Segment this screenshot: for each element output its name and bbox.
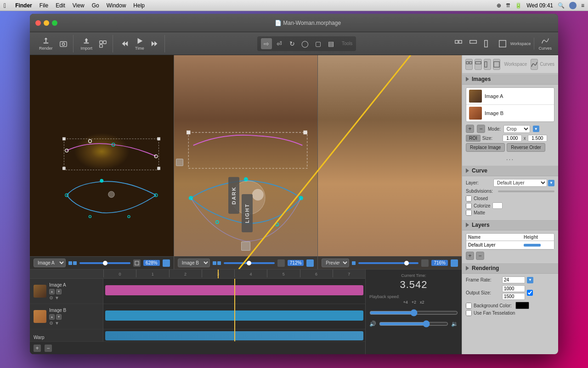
track-b-arrow-up[interactable]: ▲ (49, 314, 55, 320)
workspace-btn-2[interactable] (466, 38, 480, 50)
viewport-b-source-select[interactable]: Image B (178, 259, 210, 267)
track-a-arrow-down[interactable]: ▼ (56, 289, 62, 294)
viewport-preview-source-select[interactable]: Preview (322, 259, 349, 267)
play-button[interactable]: Time (132, 35, 147, 52)
viewport-preview-slider[interactable] (358, 262, 418, 264)
viewport-a-slider[interactable] (79, 262, 130, 264)
menu-view[interactable]: View (73, 2, 85, 9)
track-b-dropdown[interactable]: ▼ (55, 321, 59, 326)
track-a-dropdown[interactable]: ▼ (55, 295, 59, 300)
workspace-btn-1[interactable] (452, 38, 465, 50)
frame-rate-dropdown[interactable]: ▼ (527, 277, 533, 283)
track-b-arrow-down[interactable]: ▼ (56, 314, 62, 320)
speed-plus2[interactable]: +2 (412, 300, 416, 305)
rotate-tool[interactable]: ↻ (287, 38, 298, 49)
rendering-section-header[interactable]: Rendering (462, 263, 558, 274)
track-a-arrow-up[interactable]: ▲ (49, 289, 55, 294)
output-h-input[interactable] (502, 293, 525, 300)
colorize-checkbox[interactable] (466, 203, 472, 209)
viewport-a-expand[interactable] (133, 259, 141, 267)
size-h-input[interactable] (528, 135, 547, 142)
bg-color-swatch[interactable] (515, 302, 529, 309)
menu-edit[interactable]: Edit (56, 2, 65, 9)
add-layer-button[interactable]: + (466, 252, 474, 260)
menu-icon[interactable]: ≡ (581, 2, 584, 9)
timeline-add-button[interactable]: + (34, 345, 41, 352)
camera-button[interactable] (57, 38, 70, 50)
colorize-swatch[interactable] (492, 202, 503, 209)
apple-menu-icon[interactable]:  (4, 2, 6, 9)
viewport-preview-expand[interactable] (421, 259, 429, 267)
fullscreen-button[interactable] (52, 20, 57, 26)
import-button[interactable]: Import (78, 35, 96, 52)
ellipse-tool[interactable]: ◯ (300, 38, 311, 49)
output-lock-checkbox[interactable] (527, 290, 533, 296)
workspace-btn-4[interactable] (496, 38, 509, 50)
mode-dropdown-arrow[interactable]: ▼ (533, 126, 539, 132)
bg-color-checkbox[interactable] (466, 303, 472, 309)
timeline-remove-button[interactable]: − (45, 345, 52, 352)
panel-icon-4[interactable] (493, 59, 500, 70)
rect-tool[interactable]: ▢ (312, 38, 323, 49)
forward-button[interactable] (148, 38, 162, 50)
add-image-button[interactable]: + (466, 125, 474, 133)
images-section-header[interactable]: Images (462, 74, 558, 85)
viewport-b-handle-bottom[interactable] (241, 242, 250, 251)
size-w-input[interactable] (503, 135, 522, 142)
remove-image-button[interactable]: − (477, 125, 485, 133)
image-item-a[interactable]: Image A (466, 88, 554, 105)
menu-help[interactable]: Help (133, 2, 145, 9)
workspace-btn-3[interactable] (481, 38, 495, 50)
roi-button[interactable]: ROI (466, 135, 481, 142)
action-buttons-row: Replace Image Reverse Order (466, 143, 554, 152)
curves-btn[interactable]: Curves (536, 35, 555, 52)
viewport-a-source-select[interactable]: Image A (34, 259, 66, 267)
panel-icon-3[interactable] (484, 59, 491, 70)
viewport-b-zoom-toggle[interactable] (306, 259, 314, 267)
panel-icon-1[interactable] (465, 59, 473, 70)
minimize-button[interactable] (44, 20, 49, 26)
mode-select[interactable]: Crop Stretch (503, 125, 530, 133)
remove-layer-button[interactable]: − (476, 252, 484, 260)
reverse-order-button[interactable]: Reverse Order (507, 143, 545, 152)
fan-tess-checkbox[interactable] (466, 310, 472, 316)
curve-section-header[interactable]: Curve (462, 165, 558, 176)
search-icon[interactable]: 🔍 (558, 2, 565, 9)
track-a-gear[interactable]: ⚙ (49, 295, 53, 300)
share-button[interactable]: Render (36, 35, 56, 52)
image-item-b[interactable]: Image B (466, 105, 554, 121)
curve-tool[interactable]: ⏎ (274, 38, 285, 49)
viewport-preview-zoom-toggle[interactable] (451, 259, 458, 267)
viewport-b-handle-left[interactable] (176, 159, 183, 166)
matte-checkbox[interactable] (466, 210, 472, 216)
menu-go[interactable]: Go (92, 2, 99, 9)
close-button[interactable] (35, 20, 41, 26)
import-ext-button[interactable] (96, 38, 110, 50)
menu-window[interactable]: Window (107, 2, 126, 9)
panel-curves-icon[interactable] (531, 59, 538, 70)
subdivisions-slider[interactable] (498, 190, 554, 192)
rewind-button[interactable] (118, 38, 131, 50)
layer-dropdown-arrow[interactable]: ▼ (548, 180, 554, 186)
output-w-input[interactable] (502, 285, 525, 292)
select-tool[interactable]: ⇨ (261, 38, 272, 49)
playback-speed-slider[interactable] (369, 309, 458, 316)
speed-plus4[interactable]: +4 (403, 300, 407, 305)
closed-checkbox[interactable] (466, 196, 472, 201)
menu-file[interactable]: File (40, 2, 48, 9)
replace-image-button[interactable]: Replace Image (466, 143, 505, 152)
track-b-gear[interactable]: ⚙ (49, 321, 53, 326)
viewport-b-slider[interactable] (224, 262, 275, 264)
layer-select[interactable]: Default Layer (493, 179, 547, 187)
speed-x2[interactable]: x2 (420, 300, 424, 305)
volume-slider[interactable] (379, 320, 448, 328)
menu-finder[interactable]: Finder (15, 2, 32, 9)
mask-tool[interactable]: ▤ (325, 38, 336, 49)
table-row[interactable]: Default Layer (466, 241, 554, 249)
playhead[interactable] (218, 270, 219, 278)
panel-icon-2[interactable] (475, 59, 482, 70)
layers-section-header[interactable]: Layers (462, 219, 558, 230)
viewport-b-expand[interactable] (277, 259, 285, 267)
viewport-a-zoom-toggle[interactable] (163, 259, 170, 267)
frame-rate-input[interactable] (502, 276, 525, 283)
